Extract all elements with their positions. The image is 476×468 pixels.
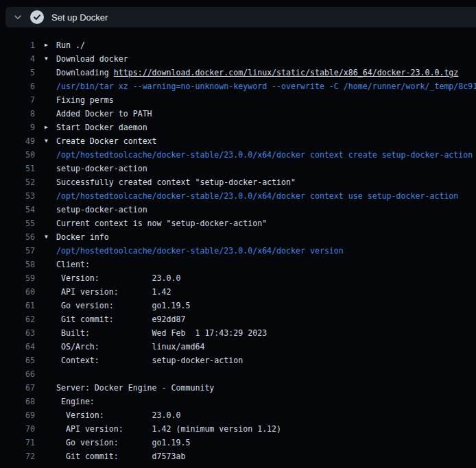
line-number[interactable]: 70 [0, 422, 35, 436]
arrow-spacer [35, 285, 56, 299]
arrow-spacer [35, 340, 56, 354]
line-number[interactable]: 53 [0, 189, 35, 203]
arrow-spacer [35, 162, 56, 175]
line-number[interactable]: 62 [0, 312, 35, 326]
log-line: 69 Version: 23.0.0 [0, 408, 476, 422]
line-number[interactable]: 8 [0, 107, 35, 121]
arrow-spacer [35, 381, 56, 395]
arrow-spacer [35, 79, 56, 93]
line-number[interactable]: 52 [0, 175, 35, 189]
log-line: 53/opt/hostedtoolcache/docker-stable/23.… [0, 189, 476, 203]
log-group-row[interactable]: 56▼Docker info [0, 230, 476, 244]
log-line: 63 Built: Wed Feb 1 17:43:29 2023 [0, 326, 476, 340]
log-line: 6/usr/bin/tar xz --warning=no-unknown-ke… [0, 79, 476, 93]
log-group-row[interactable]: 4▼Download docker [0, 52, 476, 66]
download-url-link[interactable]: https://download.docker.com/linux/static… [114, 68, 459, 77]
log-line: 57/opt/hostedtoolcache/docker-stable/23.… [0, 244, 476, 258]
arrow-spacer [35, 203, 56, 217]
arrow-spacer [35, 312, 56, 326]
log-line: 5Downloading https://download.docker.com… [0, 66, 476, 79]
log-text: Version: 23.0.0 [56, 408, 180, 422]
line-number[interactable]: 58 [0, 258, 35, 271]
line-number[interactable]: 69 [0, 408, 35, 422]
group-collapsed-icon[interactable]: ▶ [35, 38, 56, 52]
arrow-spacer [35, 258, 56, 271]
command-text: /opt/hostedtoolcache/docker-stable/23.0.… [56, 189, 458, 203]
line-number[interactable]: 51 [0, 162, 35, 175]
log-text: OS/Arch: linux/amd64 [56, 340, 204, 354]
line-number[interactable]: 66 [0, 367, 35, 381]
line-number[interactable]: 57 [0, 244, 35, 258]
log-line: 50/opt/hostedtoolcache/docker-stable/23.… [0, 148, 476, 162]
log-text: Start Docker daemon [56, 121, 147, 134]
line-number[interactable]: 68 [0, 395, 35, 408]
line-number[interactable]: 67 [0, 381, 35, 395]
log-text: Downloading https://download.docker.com/… [56, 66, 458, 79]
arrow-spacer [35, 271, 56, 285]
group-expanded-icon[interactable]: ▼ [35, 230, 56, 244]
log-text: Create Docker context [56, 134, 157, 148]
log-text: Run ./ [56, 38, 85, 52]
group-expanded-icon[interactable]: ▼ [35, 134, 56, 148]
arrow-spacer [35, 217, 56, 230]
group-collapsed-icon[interactable]: ▶ [35, 121, 56, 134]
arrow-spacer [35, 148, 56, 162]
line-number[interactable]: 9 [0, 121, 35, 134]
line-number[interactable]: 54 [0, 203, 35, 217]
arrow-spacer [35, 326, 56, 340]
arrow-spacer [35, 175, 56, 189]
line-number[interactable]: 1 [0, 38, 35, 52]
arrow-spacer [35, 66, 56, 79]
arrow-spacer [35, 422, 56, 436]
log-line: 67Server: Docker Engine - Community [0, 381, 476, 395]
command-text: /opt/hostedtoolcache/docker-stable/23.0.… [56, 244, 344, 258]
arrow-spacer [35, 244, 56, 258]
log-text: API version: 1.42 (minimum version 1.12) [56, 422, 281, 436]
line-number[interactable]: 55 [0, 217, 35, 230]
log-group-row[interactable]: 1▶Run ./ [0, 38, 476, 52]
line-number[interactable]: 49 [0, 134, 35, 148]
line-number[interactable]: 59 [0, 271, 35, 285]
arrow-spacer [35, 395, 56, 408]
log-text: Built: Wed Feb 1 17:43:29 2023 [56, 326, 267, 340]
log-text: Version: 23.0.0 [56, 271, 180, 285]
log-line: 71 Go version: go1.19.5 [0, 436, 476, 449]
log-line: 62 Git commit: e92dd87 [0, 312, 476, 326]
log-text: Engine: [56, 395, 95, 408]
log-line: 7Fixing perms [0, 93, 476, 107]
line-number[interactable]: 63 [0, 326, 35, 340]
log-line: 72 Git commit: d7573ab [0, 449, 476, 463]
line-number[interactable]: 50 [0, 148, 35, 162]
log-group-row[interactable]: 9▶Start Docker daemon [0, 121, 476, 134]
line-number[interactable]: 72 [0, 449, 35, 463]
log-text: Downloading [56, 68, 114, 77]
chevron-down-icon[interactable] [12, 12, 23, 23]
log-container: 1▶Run ./4▼Download docker5Downloading ht… [0, 38, 476, 463]
check-circle-icon [30, 10, 44, 24]
line-number[interactable]: 71 [0, 436, 35, 449]
group-expanded-icon[interactable]: ▼ [35, 52, 56, 66]
line-number[interactable]: 61 [0, 299, 35, 312]
log-line: 51setup-docker-action [0, 162, 476, 175]
step-header[interactable]: Set up Docker [5, 7, 476, 27]
arrow-spacer [35, 299, 56, 312]
log-text: setup-docker-action [56, 162, 147, 175]
line-number[interactable]: 7 [0, 93, 35, 107]
command-text: /usr/bin/tar xz --warning=no-unknown-key… [56, 79, 476, 93]
log-text: Fixing perms [56, 93, 114, 107]
step-title: Set up Docker [51, 12, 108, 23]
line-number[interactable]: 64 [0, 340, 35, 354]
arrow-spacer [35, 367, 56, 381]
log-line: 70 API version: 1.42 (minimum version 1.… [0, 422, 476, 436]
log-text: Successfully created context "setup-dock… [56, 175, 296, 189]
line-number[interactable]: 6 [0, 79, 35, 93]
log-group-row[interactable]: 49▼Create Docker context [0, 134, 476, 148]
line-number[interactable]: 4 [0, 52, 35, 66]
log-line: 55Current context is now "setup-docker-a… [0, 217, 476, 230]
line-number[interactable]: 56 [0, 230, 35, 244]
log-line: 54setup-docker-action [0, 203, 476, 217]
line-number[interactable]: 60 [0, 285, 35, 299]
log-text: Go version: go1.19.5 [56, 299, 190, 312]
line-number[interactable]: 65 [0, 354, 35, 367]
line-number[interactable]: 5 [0, 66, 35, 79]
